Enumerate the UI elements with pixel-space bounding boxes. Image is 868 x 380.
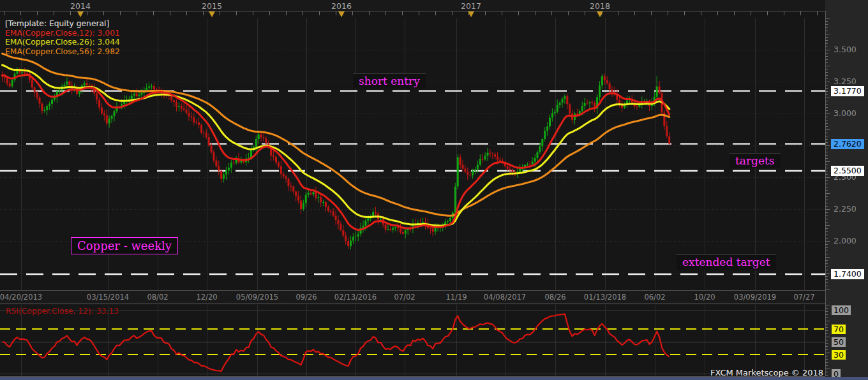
rsi-scale-label-30: 30: [832, 350, 846, 360]
watermark-label: FXCM Marketscope © 2018: [710, 368, 823, 377]
price-tick-2.000: 2.000: [834, 236, 857, 246]
time-axis[interactable]: 20142015201620172018: [0, 0, 868, 18]
rsi-scale-label-70: 70: [832, 325, 846, 334]
year-label-2017: 2017: [461, 1, 481, 11]
rsi-scale-label-100: 100: [832, 305, 851, 315]
level-price-label-2.5500[interactable]: 2.5500: [831, 166, 864, 176]
legend-ema-1: EMA(Copper.Close,12): 3.001: [5, 29, 120, 38]
annotation-short-entry[interactable]: short entry: [353, 73, 426, 89]
date-label-06/02: 06/02: [644, 293, 665, 302]
rsi-indicator-label: RSI(Copper.Close, 12): 33.13: [6, 307, 119, 316]
date-label-07/27: 07/27: [793, 293, 814, 302]
level-price-label-3.1770[interactable]: 3.1770: [831, 86, 864, 96]
price-tick-3.000: 3.000: [834, 108, 857, 119]
price-tick-3.500: 3.500: [834, 45, 857, 55]
date-label-10/20: 10/20: [694, 293, 715, 302]
year-marker-icon: [597, 11, 603, 17]
date-label-07/02: 07/02: [394, 293, 415, 302]
date-label-11/19: 11/19: [445, 293, 467, 302]
date-label-04/08/2017: 04/08/2017: [484, 293, 526, 302]
level-price-label-1.7400[interactable]: 1.7400: [831, 269, 864, 279]
separator-rsi-top: [0, 303, 825, 304]
year-label-2016: 2016: [331, 1, 352, 11]
date-label-09/26: 09/26: [296, 293, 317, 302]
chart-window: 20142015201620172018 [Template: Equity g…: [0, 0, 868, 380]
legend-ema-2: EMA(Copper.Close,26): 3.044: [5, 38, 120, 47]
date-label-05/09/2015: 05/09/2015: [236, 293, 278, 302]
separator-main-bottom: [0, 290, 825, 291]
price-tick-3.250: 3.250: [834, 77, 857, 87]
annotation-title[interactable]: Copper - weekly: [71, 237, 178, 254]
date-label-08/26: 08/26: [544, 293, 565, 302]
template-label: [Template: Equity general]: [5, 19, 120, 29]
time-axis-ruler: [0, 0, 868, 18]
year-marker-icon: [209, 11, 215, 17]
year-label-2015: 2015: [202, 1, 222, 11]
date-label-12/20: 12/20: [196, 293, 217, 302]
year-label-2014: 2014: [70, 1, 91, 11]
date-label-03/09/2019: 03/09/2019: [734, 293, 776, 302]
indicator-legend: [Template: Equity general] EMA(Copper.Cl…: [5, 19, 120, 56]
main-chart[interactable]: [0, 0, 868, 380]
rsi-scale-label-50: 50: [832, 337, 846, 347]
annotation-targets[interactable]: targets: [730, 153, 781, 168]
current-price-label[interactable]: 2.7620: [831, 139, 864, 149]
date-label-01/13/2018: 01/13/2018: [584, 293, 626, 302]
annotation-extended-target[interactable]: extended target: [677, 254, 776, 270]
date-label-03/15/2014: 03/15/2014: [87, 293, 129, 302]
price-tick-2.250: 2.250: [834, 204, 857, 214]
date-label-04/20/2013: 04/20/2013: [0, 293, 42, 302]
date-label-02/13/2016: 02/13/2016: [334, 293, 377, 302]
legend-ema-3: EMA(Copper.Close,56): 2.982: [5, 47, 120, 57]
date-label-08/02: 08/02: [147, 293, 168, 302]
year-marker-icon: [77, 11, 84, 17]
price-ruler[interactable]: [825, 0, 868, 380]
year-marker-icon: [338, 11, 345, 17]
year-label-2018: 2018: [590, 1, 610, 11]
bottom-scrollbar[interactable]: [0, 377, 868, 380]
